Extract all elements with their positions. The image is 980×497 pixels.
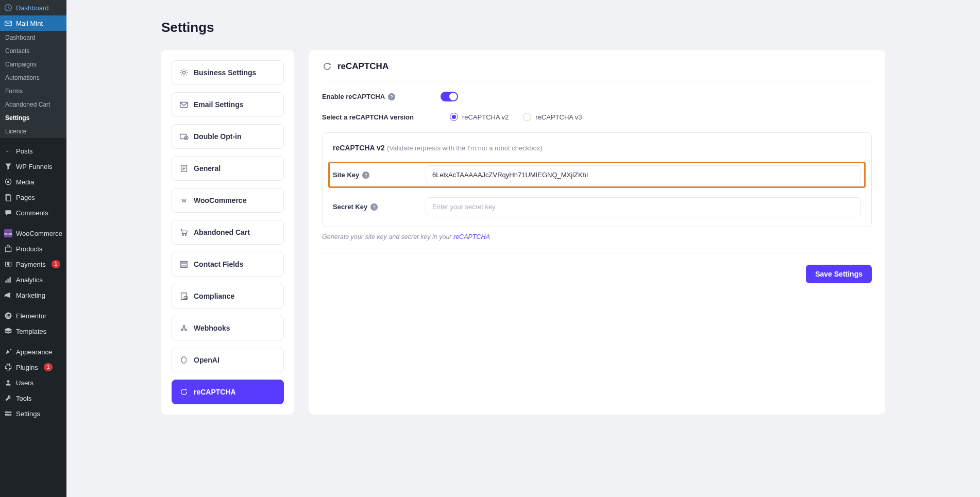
nav-woocommerce[interactable]: W WooCommerce bbox=[172, 188, 284, 213]
nav-label: General bbox=[194, 164, 221, 173]
payments-badge: 1 bbox=[52, 260, 61, 268]
sidebar-label: Appearance bbox=[16, 348, 52, 356]
radio-v2[interactable]: reCAPTCHA v2 bbox=[450, 113, 509, 121]
submenu-contacts[interactable]: Contacts bbox=[0, 44, 66, 58]
nav-openai[interactable]: OpenAI bbox=[172, 348, 284, 372]
sidebar-label: Elementor bbox=[16, 312, 46, 320]
recaptcha-link[interactable]: reCAPTCHA bbox=[453, 233, 490, 241]
svg-rect-36 bbox=[181, 264, 188, 265]
sidebar-label: Marketing bbox=[16, 292, 45, 299]
submenu-dashboard[interactable]: Dashboard bbox=[0, 31, 66, 44]
nav-email-settings[interactable]: Email Settings bbox=[172, 92, 284, 117]
submenu-forms[interactable]: Forms bbox=[0, 84, 66, 98]
sidebar-item-plugins[interactable]: Plugins 1 bbox=[0, 359, 66, 375]
nav-label: Email Settings bbox=[194, 100, 243, 109]
help-icon[interactable]: ? bbox=[370, 203, 378, 211]
sidebar-item-marketing[interactable]: Marketing bbox=[0, 287, 66, 303]
nav-webhooks[interactable]: Webhooks bbox=[172, 316, 284, 340]
templates-icon bbox=[4, 327, 12, 335]
sidebar-label: Pages bbox=[16, 194, 35, 201]
recaptcha-icon bbox=[179, 387, 189, 397]
submenu-settings[interactable]: Settings bbox=[0, 111, 66, 125]
secret-key-row: Secret Key ? bbox=[333, 197, 861, 216]
nav-general[interactable]: General bbox=[172, 156, 284, 181]
sidebar-label: Payments bbox=[16, 261, 46, 268]
submenu-campaigns[interactable]: Campaigns bbox=[0, 58, 66, 71]
dashboard-icon bbox=[4, 4, 12, 12]
nav-recaptcha[interactable]: reCAPTCHA bbox=[172, 380, 284, 404]
svg-rect-5 bbox=[7, 195, 11, 201]
sidebar-item-appearance[interactable]: Appearance bbox=[0, 344, 66, 359]
config-subtitle: (Validate requests with the I'm not a ro… bbox=[387, 144, 542, 152]
sidebar-label: Media bbox=[16, 178, 34, 186]
wp-admin-sidebar: Dashboard Mail Mint Dashboard Contacts C… bbox=[0, 0, 66, 497]
sidebar-item-elementor[interactable]: Elementor bbox=[0, 308, 66, 323]
hint-text: Generate your site key and secret key in… bbox=[322, 233, 872, 241]
woo-icon: W bbox=[179, 196, 189, 205]
nav-label: Contact Fields bbox=[194, 260, 243, 268]
config-title: reCAPTCHA v2 bbox=[333, 144, 385, 152]
svg-rect-9 bbox=[5, 281, 6, 283]
envelope-icon bbox=[179, 100, 189, 109]
plugins-icon bbox=[4, 363, 12, 371]
panel-footer: Save Settings bbox=[322, 253, 872, 283]
comment-icon bbox=[4, 209, 12, 217]
nav-double-optin[interactable]: Double Opt-in bbox=[172, 124, 284, 149]
sidebar-label: Tools bbox=[16, 395, 31, 402]
secret-key-input[interactable] bbox=[426, 197, 861, 216]
sidebar-item-woocommerce[interactable]: woo WooCommerce bbox=[0, 226, 66, 241]
elementor-icon bbox=[4, 312, 12, 320]
mailmint-submenu: Dashboard Contacts Campaigns Automations… bbox=[0, 31, 66, 138]
nav-abandoned-cart[interactable]: Abandoned Cart bbox=[172, 220, 284, 245]
save-settings-button[interactable]: Save Settings bbox=[806, 265, 872, 283]
tools-icon bbox=[4, 394, 12, 402]
funnel-icon bbox=[4, 162, 12, 170]
radio-v3[interactable]: reCAPTCHA v3 bbox=[523, 113, 582, 121]
recaptcha-config-box: reCAPTCHA v2 (Validate requests with the… bbox=[322, 132, 872, 227]
help-icon[interactable]: ? bbox=[388, 93, 395, 100]
sidebar-label: WP Funnels bbox=[16, 163, 53, 170]
submenu-licence[interactable]: Licence bbox=[0, 125, 66, 138]
config-header: reCAPTCHA v2 (Validate requests with the… bbox=[333, 143, 861, 152]
sidebar-item-wpfunnels[interactable]: WP Funnels bbox=[0, 159, 66, 174]
sidebar-item-products[interactable]: Products bbox=[0, 241, 66, 256]
sidebar-item-analytics[interactable]: Analytics bbox=[0, 272, 66, 287]
nav-compliance[interactable]: Compliance bbox=[172, 284, 284, 309]
svg-rect-11 bbox=[9, 277, 10, 282]
site-key-input[interactable] bbox=[426, 165, 861, 184]
sidebar-label: Posts bbox=[16, 147, 33, 155]
sidebar-item-comments[interactable]: Comments bbox=[0, 205, 66, 220]
svg-text:W: W bbox=[181, 198, 187, 203]
sidebar-item-dashboard[interactable]: Dashboard bbox=[0, 0, 66, 15]
sidebar-item-tools[interactable]: Tools bbox=[0, 390, 66, 406]
woo-icon: woo bbox=[4, 229, 12, 237]
site-key-row: Site Key ? bbox=[328, 162, 866, 188]
nav-label: OpenAI bbox=[194, 356, 219, 364]
gear-icon bbox=[179, 68, 189, 77]
submenu-automations[interactable]: Automations bbox=[0, 71, 66, 84]
sidebar-label: Comments bbox=[16, 209, 48, 217]
submenu-abandoned-cart[interactable]: Abandoned Cart bbox=[0, 98, 66, 111]
help-icon[interactable]: ? bbox=[362, 172, 369, 179]
webhook-icon bbox=[179, 323, 189, 333]
sidebar-item-posts[interactable]: Posts bbox=[0, 143, 66, 159]
nav-business-settings[interactable]: Business Settings bbox=[172, 60, 284, 85]
svg-rect-16 bbox=[8, 317, 10, 318]
sidebar-item-media[interactable]: Media bbox=[0, 174, 66, 190]
sidebar-item-templates[interactable]: Templates bbox=[0, 323, 66, 339]
sidebar-item-mailmint[interactable]: Mail Mint bbox=[0, 15, 66, 31]
sidebar-item-pages[interactable]: Pages bbox=[0, 190, 66, 205]
nav-label: reCAPTCHA bbox=[194, 388, 236, 396]
enable-label: Enable reCAPTCHA ? bbox=[322, 93, 404, 100]
sidebar-item-users[interactable]: Users bbox=[0, 375, 66, 390]
svg-rect-6 bbox=[5, 247, 11, 252]
svg-point-22 bbox=[6, 412, 8, 413]
enable-toggle[interactable] bbox=[441, 92, 458, 101]
sidebar-item-wp-settings[interactable]: Settings bbox=[0, 406, 66, 421]
cart-icon bbox=[179, 228, 189, 237]
sidebar-item-payments[interactable]: $ Payments 1 bbox=[0, 256, 66, 272]
nav-contact-fields[interactable]: Contact Fields bbox=[172, 252, 284, 277]
fields-icon bbox=[179, 260, 189, 269]
sidebar-label: Dashboard bbox=[16, 4, 49, 12]
pin-icon bbox=[4, 147, 12, 155]
